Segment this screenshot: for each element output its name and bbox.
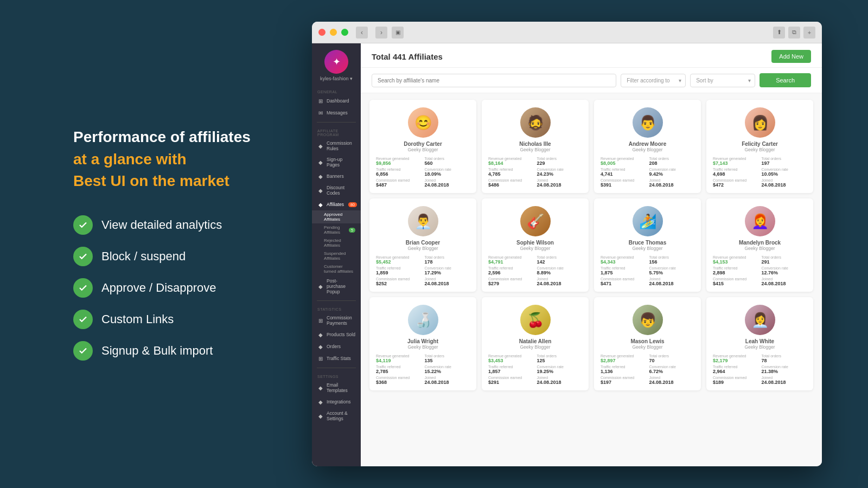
- sidebar-item-pending-affiliates[interactable]: Pending Affiliates 5: [312, 223, 361, 236]
- affiliate-name: Mandelyn Brock: [739, 240, 781, 246]
- conversion-stat: Conversion rate 6.72%: [649, 365, 695, 374]
- revenue-stat: Revenue generated $4,343: [601, 255, 646, 265]
- affiliate-card[interactable]: 👩‍💼 Leah White Geeky Blogger Revenue gen…: [706, 297, 813, 390]
- commission-stat: Commission earned $252: [376, 277, 422, 286]
- feature-item-5: Signup & Bulk import: [73, 341, 285, 361]
- sidebar-item-signup-pages[interactable]: ◆ Sign-up Pages: [312, 154, 361, 170]
- sidebar-item-approved-affiliates[interactable]: Approved Affiliates: [312, 210, 361, 223]
- integrations-icon: ◆: [317, 399, 324, 405]
- search-input[interactable]: [372, 74, 616, 87]
- traffic-stat: Traffic referred 1,857: [488, 365, 534, 374]
- conversion-stat: Conversion rate 9.42%: [649, 168, 695, 177]
- sidebar-item-banners[interactable]: ◆ Banners: [312, 170, 361, 182]
- sidebar-item-commission-rules[interactable]: ◆ Commission Rules: [312, 138, 361, 154]
- affiliate-name: Andrew Moore: [629, 141, 666, 147]
- sidebar-item-discount-codes[interactable]: ◆ Discount Codes: [312, 182, 361, 198]
- affiliate-card[interactable]: 🎸 Sophie Wilson Geeky Blogger Revenue ge…: [482, 198, 589, 292]
- affiliates-badge: 80: [348, 202, 357, 207]
- affiliate-card[interactable]: 🍶 Julia Wright Geeky Blogger Revenue gen…: [369, 297, 476, 390]
- sidebar-shop-name[interactable]: kyles-fashion ▾: [320, 76, 353, 81]
- sidebar-item-suspended-affiliates[interactable]: Suspended Affiliates: [312, 249, 361, 262]
- sidebar-label-email-templates: Email Templates: [327, 382, 355, 393]
- sidebar-item-account-settings[interactable]: ◆ Account & Settings: [312, 408, 361, 424]
- affiliate-card[interactable]: 🏄 Bruce Thomas Geeky Blogger Revenue gen…: [594, 198, 701, 292]
- forward-button[interactable]: ›: [375, 27, 387, 38]
- sidebar-item-commission-payments[interactable]: ⊞ Commission Payments: [312, 312, 361, 329]
- affiliate-card[interactable]: 🍒 Natalie Allen Geeky Blogger Revenue ge…: [482, 297, 589, 390]
- sort-select[interactable]: Sort by: [690, 74, 755, 87]
- sidebar-item-messages[interactable]: ✉ Messages: [312, 107, 361, 119]
- conversion-stat: Conversion rate 19.25%: [537, 365, 583, 374]
- sidebar-item-orders[interactable]: ◆ Orders: [312, 341, 361, 352]
- affiliate-card[interactable]: 👩‍🦰 Mandelyn Brock Geeky Blogger Revenue…: [706, 198, 813, 292]
- sidebar-label-rejected-affiliates: Rejected Affiliates: [324, 238, 355, 248]
- filter-select-wrapper: Filter according to: [621, 74, 686, 87]
- affiliate-card[interactable]: 🧔 Nicholas Ille Geeky Blogger Revenue ge…: [482, 100, 589, 193]
- affiliate-card[interactable]: 👨 Andrew Moore Geeky Blogger Revenue gen…: [594, 100, 701, 193]
- traffic-light-red[interactable]: [318, 29, 326, 36]
- sidebar: ✦ kyles-fashion ▾ GENERAL ⊞ Dashboard ✉ …: [312, 43, 361, 466]
- discount-codes-icon: ◆: [317, 187, 324, 194]
- account-settings-icon: ◆: [317, 413, 324, 419]
- traffic-light-green[interactable]: [341, 29, 348, 36]
- affiliate-card[interactable]: 😊 Dorothy Carter Geeky Blogger Revenue g…: [369, 100, 476, 193]
- orders-stat: Total orders 178: [425, 255, 470, 265]
- affiliate-card[interactable]: 👩 Felicity Carter Geeky Blogger Revenue …: [706, 100, 813, 193]
- sidebar-item-traffic-stats[interactable]: ⊞ Traffic Stats: [312, 352, 361, 364]
- affiliate-role: Geeky Blogger: [744, 246, 775, 251]
- sidebar-label-signup-pages: Sign-up Pages: [327, 157, 355, 168]
- sidebar-label-orders: Orders: [327, 344, 341, 349]
- products-sold-icon: ◆: [317, 331, 324, 338]
- affiliate-avatar: 👩: [745, 107, 775, 138]
- headline1: Performance of affiliates: [73, 127, 285, 147]
- sidebar-toggle-button[interactable]: ▣: [392, 27, 404, 38]
- conversion-stat: Conversion rate 15.22%: [425, 365, 470, 374]
- messages-icon: ✉: [317, 110, 324, 116]
- affiliate-avatar: 👩‍💼: [745, 305, 775, 335]
- affiliate-avatar: 👩‍🦰: [745, 206, 775, 236]
- sidebar-item-affiliates[interactable]: ◆ Affiliates 80: [312, 198, 361, 210]
- traffic-stat: Traffic referred 6,856: [376, 168, 422, 177]
- duplicate-button[interactable]: ⧉: [788, 27, 800, 38]
- sidebar-item-post-purchase[interactable]: ◆ Post-purchase Popup: [312, 275, 361, 297]
- sidebar-item-integrations[interactable]: ◆ Integrations: [312, 396, 361, 408]
- sidebar-item-rejected-affiliates[interactable]: Rejected Affiliates: [312, 236, 361, 249]
- main-header: Total 441 Affiliates Add New: [361, 43, 822, 68]
- sidebar-item-dashboard[interactable]: ⊞ Dashboard: [312, 95, 361, 107]
- check-icon-4: [73, 310, 93, 329]
- email-templates-icon: ◆: [317, 384, 324, 391]
- sidebar-item-products-sold[interactable]: ◆ Products Sold: [312, 329, 361, 341]
- affiliate-card[interactable]: 👨‍💼 Brian Cooper Geeky Blogger Revenue g…: [369, 198, 476, 292]
- feature-list: View detailed analytics Block / suspend …: [73, 215, 285, 361]
- revenue-stat: Revenue generated $3,453: [488, 354, 534, 363]
- traffic-stats-icon: ⊞: [317, 355, 324, 362]
- filter-select[interactable]: Filter according to: [621, 74, 686, 87]
- traffic-stat: Traffic referred 1,859: [376, 266, 422, 275]
- sidebar-label-commission-rules: Commission Rules: [327, 140, 355, 151]
- sidebar-item-customer-affiliates[interactable]: Customer turned affiliates: [312, 262, 361, 275]
- traffic-stat: Traffic referred 4,785: [488, 168, 534, 177]
- commission-stat: Commission earned $391: [601, 178, 646, 188]
- affiliate-avatar: 😊: [408, 107, 438, 138]
- traffic-stat: Traffic referred 4,698: [713, 168, 758, 177]
- expand-button[interactable]: +: [803, 27, 815, 38]
- affiliate-card[interactable]: 👦 Mason Lewis Geeky Blogger Revenue gene…: [594, 297, 701, 390]
- sidebar-item-email-templates[interactable]: ◆ Email Templates: [312, 380, 361, 396]
- affiliate-role: Geeky Blogger: [632, 344, 662, 350]
- commission-stat: Commission earned $368: [376, 376, 422, 385]
- search-button[interactable]: Search: [760, 73, 811, 87]
- back-button[interactable]: ‹: [356, 27, 368, 38]
- traffic-light-yellow[interactable]: [330, 29, 337, 36]
- search-bar: Filter according to Sort by Search: [361, 68, 822, 93]
- traffic-stat: Traffic referred 1,136: [601, 365, 646, 374]
- revenue-stat: Revenue generated $4,153: [713, 255, 758, 265]
- affiliate-name: Dorothy Carter: [404, 141, 442, 147]
- left-panel: Performance of affiliates at a glance wi…: [46, 0, 312, 488]
- affiliate-role: Geeky Blogger: [407, 344, 438, 350]
- affiliate-stats: Revenue generated $4,343 Total orders 15…: [601, 255, 694, 286]
- affiliate-avatar: 👦: [633, 305, 663, 335]
- conversion-stat: Conversion rate 5.75%: [649, 266, 695, 275]
- add-new-button[interactable]: Add New: [771, 50, 811, 63]
- share-button[interactable]: ⬆: [773, 27, 785, 38]
- sidebar-divider-3: [317, 368, 356, 368]
